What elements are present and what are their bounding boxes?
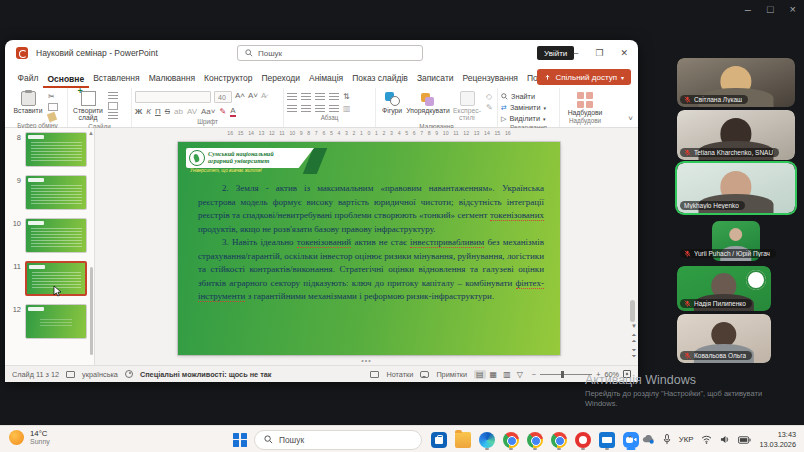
participant-tile[interactable]: Mykhaylo Heyenko bbox=[677, 163, 795, 213]
thumbnail-preview[interactable] bbox=[25, 175, 87, 210]
tab-7[interactable]: Показ слайдів bbox=[348, 69, 413, 88]
shape-outline-icon[interactable]: ✎ bbox=[486, 103, 493, 112]
participant-tile[interactable]: Tetiana Kharchenko, SNAU bbox=[677, 110, 795, 160]
start-button[interactable] bbox=[233, 433, 247, 447]
sign-in-button[interactable]: Увійти bbox=[537, 46, 574, 60]
chrome-profile3-taskbar-button[interactable] bbox=[549, 429, 568, 450]
tab-6[interactable]: Анімація bbox=[305, 69, 348, 88]
zoom-in-icon[interactable]: + bbox=[596, 370, 600, 379]
zoom-level[interactable]: 60% bbox=[604, 370, 619, 379]
opera-taskbar-button[interactable] bbox=[573, 429, 592, 450]
participant-tile[interactable]: Світлана Лукаш bbox=[677, 58, 795, 107]
replace-button[interactable]: ⇄ Замінити▾ bbox=[501, 103, 556, 112]
mail-taskbar-button[interactable] bbox=[597, 429, 616, 450]
font-name-combobox[interactable] bbox=[135, 91, 211, 103]
change-case-button[interactable]: Aa˅ bbox=[201, 107, 215, 116]
scroll-up-icon[interactable]: ▲ bbox=[88, 130, 94, 136]
display-settings-icon[interactable] bbox=[66, 371, 75, 378]
cut-icon[interactable]: ✂ bbox=[48, 92, 58, 101]
layout-icon[interactable] bbox=[108, 92, 118, 100]
scroll-down-icon[interactable]: ▼ bbox=[631, 323, 637, 329]
thumbnail-preview[interactable] bbox=[25, 304, 87, 339]
restore-icon[interactable]: ❐ bbox=[595, 48, 603, 58]
slide-sorter-icon[interactable]: ▦ bbox=[488, 370, 500, 379]
slide-thumbnail-12[interactable]: 12 bbox=[9, 304, 94, 339]
participant-tile[interactable]: Надія Пилипенко bbox=[677, 266, 771, 311]
tab-4[interactable]: Конструктор bbox=[200, 69, 257, 88]
italic-button[interactable]: К bbox=[146, 107, 151, 116]
chrome-profile2-taskbar-button[interactable] bbox=[525, 429, 544, 450]
arrange-button[interactable]: Упорядкувати bbox=[408, 90, 448, 114]
wifi-icon[interactable] bbox=[701, 435, 712, 444]
select-button[interactable]: ▷ Виділити▾ bbox=[501, 114, 556, 123]
paste-button[interactable]: Вставити bbox=[11, 90, 45, 114]
find-button[interactable]: Знайти bbox=[501, 92, 556, 101]
align-center-icon[interactable] bbox=[301, 105, 311, 113]
taskbar-search[interactable]: Пошук bbox=[254, 430, 422, 450]
tab-file[interactable]: Файл bbox=[13, 69, 43, 88]
new-slide-button[interactable]: Створити слайд bbox=[71, 90, 105, 122]
weather-widget[interactable]: 14°C Sunny bbox=[9, 429, 50, 446]
section-icon[interactable] bbox=[108, 112, 118, 120]
zoom-out-icon[interactable]: − bbox=[532, 370, 536, 379]
onedrive-icon[interactable] bbox=[642, 435, 655, 444]
tab-2[interactable]: Вставлення bbox=[89, 69, 144, 88]
reset-icon[interactable] bbox=[108, 102, 118, 110]
grow-font-icon[interactable]: A˄ bbox=[235, 91, 245, 103]
collapse-ribbon-icon[interactable]: ˅ bbox=[628, 114, 633, 123]
font-size-combobox[interactable]: 40 bbox=[214, 91, 232, 103]
explorer-taskbar-button[interactable] bbox=[453, 429, 472, 450]
accessibility-status[interactable]: Спеціальні можливості: щось не так bbox=[140, 370, 271, 379]
thumbnail-preview[interactable] bbox=[25, 261, 87, 296]
align-right-icon[interactable] bbox=[315, 105, 325, 113]
line-spacing-icon[interactable]: ⇅ bbox=[343, 92, 350, 101]
thumbnail-preview[interactable] bbox=[25, 132, 87, 167]
language-indicator[interactable]: УКР bbox=[679, 435, 694, 444]
spacing-button[interactable]: AV bbox=[187, 107, 197, 116]
slide-thumbnail-8[interactable]: 8 bbox=[9, 132, 94, 167]
search-box[interactable]: Пошук bbox=[237, 45, 423, 61]
slide-thumbnail-10[interactable]: 10 bbox=[9, 218, 94, 253]
tab-8[interactable]: Записати bbox=[412, 69, 458, 88]
store-taskbar-button[interactable] bbox=[429, 429, 448, 450]
font-color-button[interactable]: А bbox=[230, 106, 235, 117]
participant-tile[interactable]: Yurii Puhach / Юрій Пугач bbox=[677, 221, 795, 261]
slideshow-icon[interactable]: ▽ bbox=[515, 370, 525, 379]
slide-body-text[interactable]: 2. Земля - актив із максимальним «правов… bbox=[198, 182, 544, 304]
microphone-icon[interactable] bbox=[663, 434, 671, 445]
slide-thumbnail-11[interactable]: 11 bbox=[9, 261, 94, 296]
indent-decrease-icon[interactable] bbox=[315, 93, 325, 101]
clear-format-icon[interactable]: A̷ bbox=[261, 91, 266, 103]
share-button[interactable]: Спільний доступ▾ bbox=[537, 69, 631, 85]
justify-icon[interactable] bbox=[329, 105, 339, 113]
indent-increase-icon[interactable] bbox=[329, 93, 339, 101]
thumbnail-preview[interactable] bbox=[25, 218, 87, 253]
slide-canvas[interactable]: Сумський національнийаграрний університе… bbox=[178, 142, 560, 355]
notes-toggle[interactable]: Нотатки bbox=[386, 370, 413, 379]
close-icon[interactable]: ✕ bbox=[620, 48, 628, 58]
shadow-button[interactable]: ab bbox=[174, 107, 183, 116]
participant-tile[interactable]: Ковальова Ольга bbox=[677, 314, 771, 363]
numbering-icon[interactable] bbox=[301, 93, 311, 101]
columns-icon[interactable]: ▥ bbox=[343, 104, 351, 113]
shape-fill-icon[interactable]: ◇ bbox=[486, 92, 493, 101]
reading-view-icon[interactable]: ▥ bbox=[501, 370, 513, 379]
bullets-icon[interactable] bbox=[287, 93, 297, 101]
edge-taskbar-button[interactable] bbox=[477, 429, 496, 450]
maximize-icon[interactable]: □ bbox=[767, 3, 774, 15]
minimize-icon[interactable]: – bbox=[745, 3, 751, 15]
thumbnail-scrollbar[interactable] bbox=[90, 267, 93, 355]
chrome-taskbar-button[interactable] bbox=[501, 429, 520, 450]
tab-9[interactable]: Рецензування bbox=[458, 69, 522, 88]
shrink-font-icon[interactable]: A˅ bbox=[248, 91, 258, 103]
battery-icon[interactable] bbox=[738, 436, 751, 444]
tab-5[interactable]: Переходи bbox=[257, 69, 305, 88]
zoom-slider[interactable] bbox=[540, 374, 592, 375]
align-left-icon[interactable] bbox=[287, 105, 297, 113]
bold-button[interactable]: Ж bbox=[135, 107, 142, 116]
minimize-icon[interactable]: – bbox=[573, 48, 578, 58]
highlight-button[interactable]: ✎ bbox=[220, 107, 227, 116]
fit-to-window-icon[interactable] bbox=[623, 370, 631, 378]
speaker-icon[interactable] bbox=[720, 435, 730, 444]
comments-toggle[interactable]: Примітки bbox=[436, 370, 467, 379]
